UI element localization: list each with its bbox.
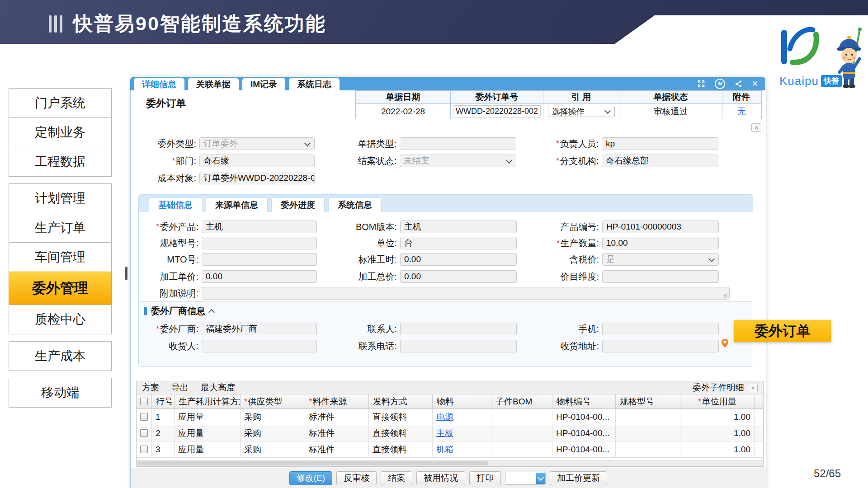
col-label: 规格型号 [620,396,654,408]
field-label: 收货人: [169,340,198,352]
material-link[interactable]: 主板 [436,427,453,439]
cell-unit-usage: 1.00 [680,409,755,425]
contact-input[interactable] [400,323,517,335]
close-case-button[interactable]: 结案 [381,471,412,485]
cost-object-input[interactable]: 订单委外WWDD-20220228-C [199,172,315,184]
export-button[interactable]: 导出 [171,382,189,394]
spec-input[interactable] [202,237,317,249]
window-controls: IM ✕ [697,77,758,90]
cell-line-no: 3 [152,441,175,457]
edit-button[interactable]: 修改(E) [289,471,332,485]
field-unit: 单位: 台 [337,237,517,249]
print-button[interactable]: 打印 [469,471,501,485]
order-no-input[interactable]: WWDD-20220228-002 [453,105,541,117]
tab-related-docs[interactable]: 关联单据 [188,78,239,90]
location-pin-icon[interactable] [721,338,729,350]
horizontal-scrollbar[interactable] [137,460,763,466]
tab-outsourcing-progress[interactable]: 委外进度 [271,197,325,212]
unit-price-input[interactable]: 0.00 [202,270,317,283]
double-chevron-up-icon: » [753,126,759,129]
collapse-grid-button[interactable]: » [748,384,758,392]
material-link[interactable]: 机箱 [436,444,453,455]
window-tabbar: 详细信息 关联单据 IM记录 系统日志 IM ✕ [130,77,765,90]
field-product: *委外产品: 主机 [141,221,317,233]
vendor-input[interactable]: 福建委外厂商 [202,323,317,335]
col-material: 物料 [433,394,491,408]
im-icon[interactable]: IM [715,79,725,89]
std-hours-input[interactable]: 0.00 [400,253,517,266]
close-icon[interactable]: ✕ [752,79,758,89]
phone-input[interactable] [400,340,517,352]
field-department: *部门: 奇石缘 [134,155,315,167]
doc-type-input[interactable] [400,137,516,150]
mobile-input[interactable] [602,323,719,335]
qty-input[interactable]: 10.00 [602,237,719,249]
bom-version-input[interactable]: 主机 [400,221,517,233]
reference-select[interactable]: 选择操作 [548,106,615,117]
sidebar-item-quality[interactable]: 质检中心 [9,305,112,334]
attachment-link[interactable]: 无 [737,106,746,117]
field-label: 手机: [578,323,599,335]
branch-input[interactable]: 奇石缘总部 [602,155,718,167]
tax-price-select[interactable]: 是 [602,253,719,266]
panel-resize-handle[interactable] [125,267,127,280]
cell-material-source: 标准件 [305,441,369,457]
sidebar-item-custom[interactable]: 定制业务 [9,117,112,147]
sidebar-item-workshop[interactable]: 车间管理 [9,242,112,272]
field-label: BOM版本: [356,221,397,233]
field-std-hours: 标准工时: 0.00 [337,253,517,266]
sidebar-item-planning[interactable]: 计划管理 [9,183,112,213]
scrollbar-thumb[interactable] [137,461,488,465]
row-checkbox[interactable] [140,446,148,453]
sidebar-item-outsourcing[interactable]: 委外管理 [9,272,112,305]
row-checkbox[interactable] [140,413,148,421]
chevron-up-icon[interactable] [208,309,215,315]
material-link[interactable]: 电源 [436,411,453,423]
form-title: 委外订单 [146,97,186,110]
sidebar-item-engineering[interactable]: 工程数据 [9,147,112,177]
product-input[interactable]: 主机 [202,221,317,233]
callout-label: 委外订单 [734,320,831,342]
field-label: 标准工时: [358,253,397,266]
sidebar-item-cost[interactable]: 生产成本 [9,341,112,371]
product-no-input[interactable]: HP-0101-00000003 [602,221,719,233]
tab-source-doc[interactable]: 来源单信息 [206,197,268,212]
share-icon[interactable] [735,80,742,88]
usage-info-button[interactable]: 被用情况 [416,471,465,485]
cell-extra [755,409,763,425]
unapprove-button[interactable]: 反审核 [336,471,377,485]
tab-detail-info[interactable]: 详细信息 [134,78,184,90]
cell-material-source: 标准件 [305,425,369,441]
sidebar-item-production-order[interactable]: 生产订单 [9,213,112,243]
total-price-input[interactable]: 0.00 [400,270,517,283]
price-dim-input[interactable] [602,270,719,283]
fullscreen-icon[interactable] [697,80,705,88]
max-height-button[interactable]: 最大高度 [201,382,235,394]
receiver-input[interactable] [202,340,317,352]
more-actions-select[interactable] [505,472,546,485]
order-no-cell: WWDD-20220228-002 [450,104,543,119]
sidebar-item-portal[interactable]: 门户系统 [9,88,112,118]
unit-input[interactable]: 台 [400,237,517,249]
select-dropdown-button[interactable] [536,473,545,484]
field-cost-object: 成本对象: 订单委外WWDD-20220228-C [134,172,315,184]
tab-basic-info[interactable]: 基础信息 [149,197,202,212]
tab-system-log[interactable]: 系统日志 [289,78,340,90]
logo-text-en: Kuaipu [779,74,819,88]
department-input[interactable]: 奇石缘 [199,155,315,167]
outsource-type-select[interactable]: 订单委外 [199,137,315,150]
row-checkbox[interactable] [140,429,148,437]
close-status-select[interactable]: 未结案 [400,155,516,167]
select-all-checkbox[interactable] [140,398,148,405]
manager-input[interactable]: kp [602,137,718,150]
mto-input[interactable] [202,253,317,266]
note-input[interactable] [202,287,730,300]
grid-row-3: 3 应用量 采购 标准件 直接领料 机箱 HP-0104-00... 1.00 [137,441,763,458]
collapse-form-button[interactable]: » [751,123,761,132]
sidebar-item-mobile[interactable]: 移动端 [9,378,112,408]
address-input[interactable] [602,340,719,352]
price-update-button[interactable]: 加工价更新 [550,471,607,485]
tab-system-info[interactable]: 系统信息 [328,197,382,212]
plan-button[interactable]: 方案 [142,382,159,394]
tab-im-record[interactable]: IM记录 [242,78,285,90]
